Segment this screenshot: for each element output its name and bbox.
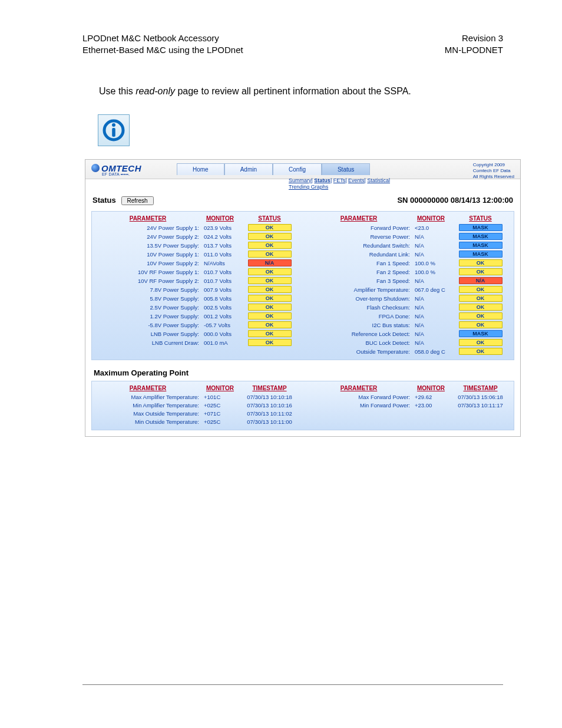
copyright: Copyright 2009 Comtech EF Data All Right… <box>473 162 514 180</box>
status-pill: OK <box>459 304 503 311</box>
table-row: Max Amplifier Temperature:+101C07/30/13 … <box>94 393 300 401</box>
table-row: 7.8V Power Supply:007.9 VoltsOK <box>94 285 300 294</box>
footer-rule <box>82 684 503 685</box>
maxop-table-right: PARAMETER MONITOR TIMESTAMP Max Forward … <box>305 384 511 426</box>
table-row: -5.8V Power Supply:-05.7 VoltsOK <box>94 321 300 330</box>
status-panel: PARAMETER MONITOR STATUS 24V Power Suppl… <box>91 211 514 360</box>
table-row: FPGA Done:N/AOK <box>305 312 511 321</box>
status-pill: OK <box>248 242 292 249</box>
status-pill: OK <box>248 312 292 319</box>
table-row: Redundant Switch:N/AMASK <box>305 241 511 250</box>
svg-rect-1 <box>112 128 115 137</box>
status-pill: OK <box>248 295 292 302</box>
table-row: Max Forward Power:+29.6207/30/13 15:06:1… <box>305 393 511 401</box>
subnav-trending[interactable]: Trending Graphs <box>289 184 328 190</box>
info-icon <box>98 114 130 146</box>
table-row: Outside Temperature:058.0 deg COK <box>305 347 511 356</box>
table-row: 24V Power Supply 2:024.2 VoltsOK <box>94 232 300 241</box>
refresh-button[interactable]: Refresh <box>121 196 154 205</box>
table-row: Min Forward Power:+23.0007/30/13 10:11:1… <box>305 401 511 410</box>
header-right-2: MN-LPODNET <box>445 44 503 56</box>
maxop-table-left: PARAMETER MONITOR TIMESTAMP Max Amplifie… <box>94 384 300 426</box>
status-pill: OK <box>248 251 292 258</box>
table-row: 2.5V Power Supply:002.5 VoltsOK <box>94 303 300 312</box>
table-row: Reference Lock Detect:N/AMASK <box>305 330 511 338</box>
serial-number: SN 000000000 08/14/13 12:00:00 <box>397 196 513 205</box>
table-row: BUC Lock Detect:N/AOK <box>305 338 511 347</box>
status-pill: OK <box>248 330 292 337</box>
app-screenshot: OMTECH EF DATA ▪▪▪▪▪. Home Admin Config … <box>85 159 521 437</box>
main-tabs: Home Admin Config Status <box>177 163 370 175</box>
table-row: 13.5V Power Supply:013.7 VoltsOK <box>94 241 300 250</box>
status-pill: MASK <box>459 233 503 240</box>
status-pill: OK <box>248 339 292 346</box>
status-label: Status <box>92 196 116 205</box>
header-right-1: Revision 3 <box>445 32 503 44</box>
table-row: Over-temp Shutdown:N/AOK <box>305 294 511 303</box>
status-pill: OK <box>248 268 292 275</box>
subnav-summary[interactable]: Summary <box>289 177 312 183</box>
table-row: Reverse Power:N/AMASK <box>305 232 511 241</box>
subnav-status[interactable]: Status <box>314 177 330 183</box>
status-pill: OK <box>459 348 503 355</box>
tab-status[interactable]: Status <box>322 163 370 175</box>
status-pill: OK <box>459 312 503 319</box>
table-row: Fan 1 Speed:100.0 %OK <box>305 259 511 268</box>
table-row: LNB Power Supply:000.0 VoltsOK <box>94 330 300 338</box>
status-pill: MASK <box>459 330 503 337</box>
subnav-fets[interactable]: FETs <box>333 177 346 183</box>
status-pill: OK <box>248 286 292 293</box>
page-header: LPODnet M&C Netbook Accessory Ethernet-B… <box>82 32 503 57</box>
status-pill: OK <box>248 224 292 231</box>
status-pill: OK <box>459 259 503 266</box>
header-left-1: LPODnet M&C Netbook Accessory <box>82 32 243 44</box>
status-table-right: PARAMETER MONITOR STATUS Forward Power:<… <box>305 214 511 356</box>
status-table-left: PARAMETER MONITOR STATUS 24V Power Suppl… <box>94 214 300 356</box>
status-pill: OK <box>459 286 503 293</box>
table-row: Forward Power:<23.0MASK <box>305 223 511 232</box>
tab-config[interactable]: Config <box>273 163 322 175</box>
tab-home[interactable]: Home <box>177 163 224 175</box>
table-row: Fan 2 Speed:100.0 %OK <box>305 268 511 276</box>
table-row: 10V Power Supply 1:011.0 VoltsOK <box>94 250 300 259</box>
table-row: Min Amplifier Temperature:+025C07/30/13 … <box>94 401 300 410</box>
table-row: 5.8V Power Supply:005.8 VoltsOK <box>94 294 300 303</box>
status-pill: N/A <box>459 277 503 284</box>
status-pill: OK <box>459 268 503 275</box>
table-row: Redundant Link:N/AMASK <box>305 250 511 259</box>
logo-globe-icon <box>91 164 100 172</box>
table-row: 24V Power Supply 1:023.9 VoltsOK <box>94 223 300 232</box>
subnav-events[interactable]: Events <box>348 177 365 183</box>
table-row: 10V RF Power Supply 1:010.7 VoltsOK <box>94 268 300 276</box>
status-pill: OK <box>459 295 503 302</box>
logo: OMTECH <box>91 163 141 173</box>
subnav-stats[interactable]: Statistical <box>367 177 390 183</box>
status-pill: OK <box>459 339 503 346</box>
status-pill: MASK <box>459 224 503 231</box>
maxop-title: Maximum Operating Point <box>94 368 520 377</box>
status-pill: MASK <box>459 242 503 249</box>
table-row: 10V Power Supply 2:N/AVoltsN/A <box>94 259 300 268</box>
table-row: Flash Checksum:N/AOK <box>305 303 511 312</box>
maxop-panel: PARAMETER MONITOR TIMESTAMP Max Amplifie… <box>91 381 514 430</box>
table-row: Min Outside Temperature:+025C07/30/13 10… <box>94 418 300 426</box>
table-row: 1.2V Power Supply:001.2 VoltsOK <box>94 312 300 321</box>
status-pill: MASK <box>459 251 503 258</box>
intro-text: Use this read-only page to review all pe… <box>99 86 503 97</box>
table-row: Amplifier Temperature:067.0 deg COK <box>305 285 511 294</box>
status-pill: OK <box>248 321 292 328</box>
svg-point-2 <box>112 123 115 127</box>
status-pill: OK <box>248 277 292 284</box>
table-row: Max Outside Temperature:+071C07/30/13 10… <box>94 410 300 418</box>
status-pill: OK <box>459 321 503 328</box>
table-row: 10V RF Power Supply 2:010.7 VoltsOK <box>94 276 300 285</box>
table-row: Fan 3 Speed:N/AN/A <box>305 276 511 285</box>
table-row: I2C Bus status:N/AOK <box>305 321 511 330</box>
sub-nav: Summary| Status| FETs| Events| Statistic… <box>289 177 390 191</box>
tab-admin[interactable]: Admin <box>224 163 273 175</box>
status-pill: OK <box>248 304 292 311</box>
table-row: LNB Current Draw:001.0 mAOK <box>94 338 300 347</box>
header-left-2: Ethernet-Based M&C using the LPODnet <box>82 44 243 56</box>
status-pill: N/A <box>248 259 292 266</box>
status-pill: OK <box>248 233 292 240</box>
